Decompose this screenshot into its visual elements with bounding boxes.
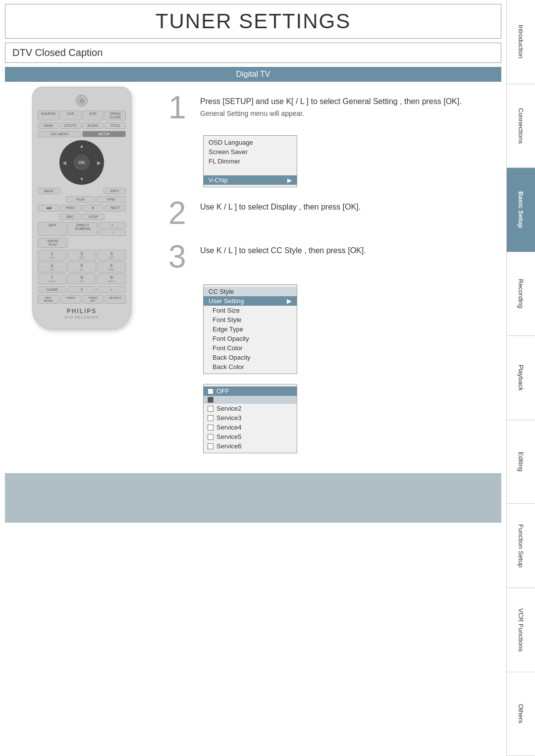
vsc-menu-button[interactable]: VSC MENU — [38, 131, 81, 137]
remote-row-rapid: RAPIDPLAY — [38, 238, 126, 248]
zero-button[interactable]: 0 — [67, 286, 96, 293]
sidebar-item-vcr-functions[interactable]: VCR Functions — [507, 588, 535, 672]
step-1-note: General Setting menu will appear. — [200, 109, 462, 117]
title-button[interactable]: TITLE — [105, 122, 126, 129]
source-button[interactable]: SOURCE — [38, 110, 59, 120]
num2-button[interactable]: 2ABC — [67, 250, 96, 261]
setup-button[interactable]: SETUP — [82, 131, 126, 137]
service-off: OFF — [204, 386, 297, 396]
service4-checkbox-icon — [208, 425, 214, 431]
page-title: TUNER SETTINGS — [5, 4, 501, 39]
step-1-number: 1 — [168, 92, 193, 123]
timer-button[interactable]: TIMER — [60, 295, 81, 304]
service3-checkbox-icon — [208, 415, 214, 421]
dtv-tv-button[interactable]: DTV/TV — [60, 122, 81, 129]
osd-menu-item-vchip: V-Chip ▶ — [204, 175, 297, 185]
rew-button[interactable]: ◀◀ — [38, 205, 59, 212]
ffw-button[interactable]: FFW — [97, 196, 126, 203]
num8-button[interactable]: 8TUV — [67, 273, 96, 284]
service1-checkbox-icon — [208, 397, 214, 403]
sidebar-item-editing[interactable]: Editing — [507, 420, 535, 504]
service-selection-box: OFF Service2 Service3 — [203, 384, 297, 453]
dvd-button[interactable]: DVD — [82, 110, 104, 120]
remote-brand: PHILIPS — [38, 308, 126, 315]
off-checkbox-icon — [208, 388, 214, 394]
cc-style-font-color: Font Color — [204, 343, 297, 353]
sidebar-item-others[interactable]: Others — [507, 672, 535, 756]
ok-button[interactable]: OK — [73, 154, 91, 171]
instructions-area: 1 Press [SETUP] and use K[ / L ] to sele… — [168, 87, 501, 463]
cc-style-font-opacity: Font Opacity — [204, 334, 297, 343]
cc-style-back-color: Back Color — [204, 362, 297, 372]
osd-menu-box: OSD Language Screen Saver FL Dimmer V- — [203, 135, 297, 187]
hdmi-button[interactable]: HDMI — [38, 122, 59, 129]
search-button[interactable]: SEARCH — [105, 295, 126, 304]
step-1-text: Press [SETUP] and use K[ / L ] to select… — [200, 92, 462, 108]
info-button[interactable]: INFO — [104, 188, 126, 194]
dot-button[interactable]: • — [97, 286, 126, 293]
sidebar-item-function-setup[interactable]: Function Setup — [507, 504, 535, 588]
next-button[interactable]: NEXT — [105, 205, 126, 212]
num4-button[interactable]: 4GHI — [38, 262, 66, 272]
osd-menu-item-2: Screen Saver — [204, 147, 297, 157]
back-button[interactable]: BACK — [38, 188, 60, 194]
audio-button[interactable]: AUDIO — [82, 122, 104, 129]
cc-style-arrow-icon: ▶ — [287, 297, 292, 305]
remote-row-transport: ◀◀ PREV ⏸ NEXT — [38, 205, 126, 212]
bottom-placeholder — [5, 473, 501, 523]
nav-left-arrow: ◀ — [62, 160, 66, 165]
service-5: Service5 — [204, 432, 297, 441]
sidebar-item-connections[interactable]: Connections — [507, 84, 535, 168]
sidebar-item-playback[interactable]: Playback — [507, 336, 535, 420]
prev-button[interactable]: PREV — [60, 205, 81, 212]
remote-row-2: HDMI DTV/TV AUDIO TITLE — [38, 122, 126, 129]
remote-control-area: ⏻ SOURCE VCR DVD OPEN/CLOSE HDMI DTV/TV — [5, 87, 159, 463]
skip-button[interactable]: SKIP — [38, 222, 67, 236]
service-4: Service4 — [204, 423, 297, 432]
num9-button[interactable]: 9WXYZ — [97, 273, 126, 284]
digital-tv-bar: Digital TV — [5, 67, 501, 82]
service-2: Service2 — [204, 404, 297, 413]
step-2-text: Use K / L ] to select Display , then pre… — [200, 197, 361, 213]
remote-row-1: SOURCE VCR DVD OPEN/CLOSE — [38, 110, 126, 120]
sidebar-item-recording[interactable]: Recording — [507, 252, 535, 336]
nav-down-arrow: ▼ — [79, 176, 84, 182]
dubbing-button[interactable]: DIRECTDUBBING — [68, 222, 97, 236]
stop-button[interactable]: STOP — [82, 214, 105, 220]
rec-button[interactable]: REC — [59, 214, 81, 220]
timer-set-button[interactable]: TIMERSET — [82, 295, 104, 304]
clear-button[interactable]: CLEAR — [38, 286, 66, 293]
step-3: 3 Use K / L ] to select CC Style , then … — [168, 241, 501, 272]
minus-button[interactable]: − — [99, 229, 126, 236]
sidebar-item-introduction[interactable]: Introduction — [507, 0, 535, 84]
num3-button[interactable]: 3DEF — [97, 250, 126, 261]
open-close-button[interactable]: OPEN/CLOSE — [105, 110, 126, 120]
osd-menu-item-3: FL Dimmer — [204, 157, 297, 166]
plus-button[interactable]: + — [99, 222, 126, 228]
sidebar-item-basic-setup[interactable]: Basic Setup — [507, 168, 535, 252]
osd-menu-item-4 — [204, 166, 297, 175]
remote-row-back-info: BACK INFO — [38, 188, 126, 194]
play-button[interactable]: PLAY — [66, 196, 95, 203]
remote-row-play: PLAY FFW — [38, 196, 126, 203]
num1-button[interactable]: 1GHI — [38, 250, 66, 261]
num6-button[interactable]: 6MNO — [97, 262, 126, 272]
service-3: Service3 — [204, 413, 297, 423]
cc-style-edge-type: Edge Type — [204, 324, 297, 334]
remote-sub-brand: DVD RECORDER — [38, 316, 126, 319]
power-button[interactable]: ⏻ — [76, 95, 88, 107]
pause-button[interactable]: ⏸ — [82, 205, 104, 212]
cc-style-header: CC Style — [204, 287, 297, 296]
service-6: Service6 — [204, 441, 297, 451]
num7-button[interactable]: 7PQRS — [38, 273, 66, 284]
vcr-button[interactable]: VCR — [60, 110, 81, 120]
remote-row-skip: SKIP DIRECTDUBBING + − — [38, 222, 126, 236]
rec-mode-button[interactable]: RECMODE — [38, 295, 59, 304]
nav-right-arrow: ▶ — [97, 160, 101, 165]
service-1 — [204, 396, 297, 404]
service2-checkbox-icon — [208, 406, 214, 412]
rapid-play-button[interactable]: RAPIDPLAY — [38, 238, 68, 248]
cc-style-menu-box: CC Style User Setting ▶ Font Size Font S… — [203, 284, 297, 374]
service5-checkbox-icon — [208, 434, 214, 440]
num5-button[interactable]: 5JKL — [67, 262, 96, 272]
